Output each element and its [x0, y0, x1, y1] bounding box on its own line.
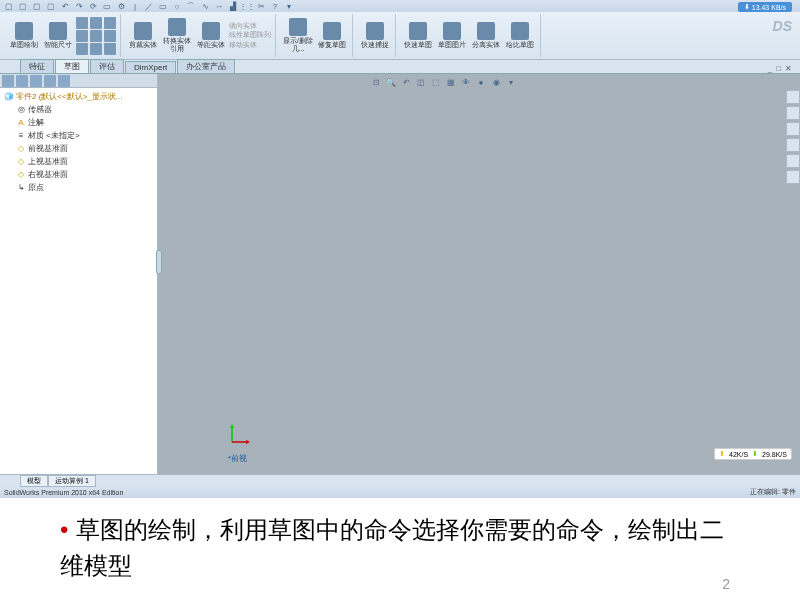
quick-snap-button[interactable]: 快速捕捉	[359, 15, 391, 57]
rapid-sketch-button[interactable]: 快速草图	[402, 15, 434, 57]
tab-sketch[interactable]: 草图	[55, 59, 89, 73]
display-delete-button[interactable]: 显示/删除几...	[282, 15, 314, 57]
trim-label: 剪裁实体	[129, 41, 157, 49]
repair-sketch-button[interactable]: 修复草图	[316, 15, 348, 57]
qat-options-icon[interactable]: ⚙	[116, 1, 126, 11]
tab-evaluate[interactable]: 评估	[90, 59, 124, 73]
tab-office[interactable]: 办公室产品	[177, 59, 235, 73]
qat-help-icon[interactable]: ?	[270, 1, 280, 11]
qat-open-icon[interactable]: ▢	[18, 1, 28, 11]
tree-item-top-plane[interactable]: ◇上视基准面	[2, 155, 155, 168]
offset-label: 等距实体	[197, 41, 225, 49]
file-explorer-icon[interactable]	[786, 122, 800, 136]
polygon-tool-icon[interactable]	[90, 30, 102, 42]
net-speed-value: 13.43 KB/s	[752, 4, 786, 11]
zoom-fit-icon[interactable]: ⊡	[370, 76, 382, 88]
config-tab-icon[interactable]	[30, 75, 42, 87]
fm-tree-tab-icon[interactable]	[2, 75, 14, 87]
svg-marker-2	[230, 424, 234, 428]
qat-pattern-icon[interactable]: ⋮⋮	[242, 1, 252, 11]
tree-root-part[interactable]: 🧊 零件2 (默认<<默认>_显示状...	[2, 90, 155, 103]
material-icon: ≡	[16, 131, 26, 141]
split-entities-button[interactable]: 分离实体	[470, 15, 502, 57]
zoom-area-icon[interactable]: 🔍	[385, 76, 397, 88]
view-palette-icon[interactable]	[786, 138, 800, 152]
bullet-icon: •	[60, 516, 68, 543]
qat-undo-icon[interactable]: ↶	[60, 1, 70, 11]
qat-trim-icon[interactable]: ✂	[256, 1, 266, 11]
tree-item-annotations[interactable]: A注解	[2, 116, 155, 129]
tree-item-material[interactable]: ≡材质 <未指定>	[2, 129, 155, 142]
tab-motion-study[interactable]: 运动算例 1	[48, 475, 96, 487]
tab-model[interactable]: 模型	[20, 475, 48, 487]
tree-item-sensors[interactable]: ◎传感器	[2, 103, 155, 116]
qat-rebuild-icon[interactable]: ⟳	[88, 1, 98, 11]
minimize-icon[interactable]: _	[768, 64, 772, 73]
section-view-icon[interactable]: ◫	[415, 76, 427, 88]
sketch-tools-col3	[104, 17, 116, 55]
convert-label: 转换实体引用	[161, 37, 193, 52]
sketch-picture-button[interactable]: 草图图片	[436, 15, 468, 57]
qat-spline-icon[interactable]: ∿	[200, 1, 210, 11]
prev-view-icon[interactable]: ↶	[400, 76, 412, 88]
qat-line-icon[interactable]: ／	[144, 1, 154, 11]
spline-tool-icon[interactable]	[90, 43, 102, 55]
qat-save-icon[interactable]: ▢	[32, 1, 42, 11]
maximize-icon[interactable]: □	[776, 64, 781, 73]
tab-features[interactable]: 特征	[20, 59, 54, 73]
offset-entities-button[interactable]: 等距实体	[195, 15, 227, 57]
tab-dimxpert[interactable]: DimXpert	[125, 61, 176, 73]
convert-entities-button[interactable]: 转换实体引用	[161, 15, 193, 57]
qat-arc-icon[interactable]: ⌒	[186, 1, 196, 11]
qat-rect-icon[interactable]: ▭	[158, 1, 168, 11]
arc-tool-icon[interactable]	[90, 17, 102, 29]
close-icon[interactable]: ✕	[785, 64, 792, 73]
panel-splitter-handle[interactable]	[156, 250, 162, 274]
sketch-draw-button[interactable]: 草图绘制	[8, 15, 40, 57]
qat-new-icon[interactable]: ▢	[4, 1, 14, 11]
view-settings-icon[interactable]: ▾	[505, 76, 517, 88]
tree-item-origin[interactable]: ↳原点	[2, 181, 155, 194]
tree-item-right-plane[interactable]: ◇右视基准面	[2, 168, 155, 181]
qat-circle-icon[interactable]: ○	[172, 1, 182, 11]
ellipse-tool-icon[interactable]	[104, 17, 116, 29]
tree-sensors-label: 传感器	[28, 104, 52, 115]
rect-tool-icon[interactable]	[76, 30, 88, 42]
display-tab-icon[interactable]	[58, 75, 70, 87]
view-orient-icon[interactable]: ⬚	[430, 76, 442, 88]
display-style-icon[interactable]: ▦	[445, 76, 457, 88]
hide-show-icon[interactable]: 👁	[460, 76, 472, 88]
trim-entities-button[interactable]: 剪裁实体	[127, 15, 159, 57]
appearances-icon[interactable]	[786, 154, 800, 168]
custom-props-icon[interactable]	[786, 170, 800, 184]
scale-sketch-button[interactable]: 给比草图	[504, 15, 536, 57]
mirror-label[interactable]: 镜向实体	[229, 22, 271, 30]
scene-icon[interactable]: ◉	[490, 76, 502, 88]
qat-more-icon[interactable]: ▾	[284, 1, 294, 11]
linear-pattern-label[interactable]: 线性草图阵列	[229, 31, 271, 39]
resources-tab-icon[interactable]	[786, 90, 800, 104]
design-library-icon[interactable]	[786, 106, 800, 120]
qat-dim-icon[interactable]: ↔	[214, 1, 224, 11]
smart-dimension-button[interactable]: 智能尺寸	[42, 15, 74, 57]
qat-print-icon[interactable]: ▢	[46, 1, 56, 11]
slot-tool-icon[interactable]	[104, 30, 116, 42]
qat-redo-icon[interactable]: ↷	[74, 1, 84, 11]
slide-caption: •草图的绘制，利用草图中的命令选择你需要的命令，绘制出二维模型	[0, 498, 800, 590]
line-tool-icon[interactable]	[76, 17, 88, 29]
appearance-icon[interactable]: ●	[475, 76, 487, 88]
qat-select-icon[interactable]: ▭	[102, 1, 112, 11]
tree-item-front-plane[interactable]: ◇前视基准面	[2, 142, 155, 155]
dimxpert-tab-icon[interactable]	[44, 75, 56, 87]
orientation-triad[interactable]	[228, 422, 252, 446]
qat-sep: |	[130, 1, 140, 11]
property-tab-icon[interactable]	[16, 75, 28, 87]
network-speed-badge: ⬇ 13.43 KB/s	[738, 2, 792, 12]
circle-tool-icon[interactable]	[76, 43, 88, 55]
graphics-viewport[interactable]: *前视	[158, 74, 800, 474]
text-tool-icon[interactable]	[104, 43, 116, 55]
move-entities-label[interactable]: 移动实体	[229, 41, 271, 49]
svg-marker-3	[246, 440, 250, 444]
sketch-tools-col1	[76, 17, 88, 55]
qat-mirror-icon[interactable]: ▟	[228, 1, 238, 11]
